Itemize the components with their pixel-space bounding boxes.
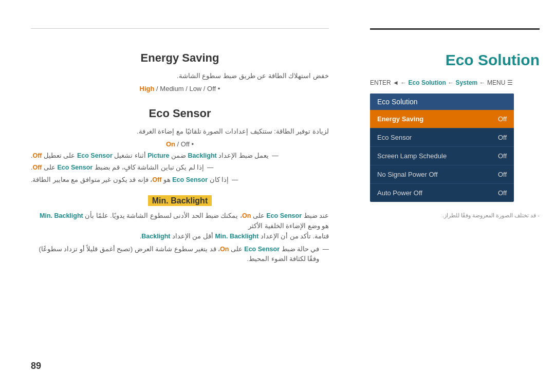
- left-panel: Energy Saving خفض استهلاك الطاقة عن طريق…: [0, 0, 360, 392]
- eco-solution-menu: Eco Solution Energy Saving Off Eco Senso…: [370, 94, 514, 202]
- bc-eco-solution: Eco Solution: [409, 79, 446, 86]
- breadcrumb: ENTER ◄ ← Eco Solution ← System ← MENU ☰: [370, 79, 540, 86]
- eco-sensor-bullets: يعمل ضبط الإعداد Backlight ضمن Picture أ…: [31, 151, 329, 185]
- options-high: High: [140, 85, 155, 92]
- footnote: قد تختلف الصورة المعروضة وفقًا للطراز.: [370, 212, 540, 219]
- energy-saving-desc: خفض استهلاك الطاقة عن طريق ضبط سطوع الشا…: [31, 71, 329, 82]
- options-bullet: •: [218, 85, 220, 92]
- energy-saving-title: Energy Saving: [31, 51, 329, 65]
- min-backlight-sub: في حالة ضبط Eco Sensor على On، قد يتغير …: [31, 245, 329, 264]
- bc-enter: ENTER ◄ ←: [370, 79, 409, 86]
- bullet-text-2: إذا لم يكن تباين الشاشة كافٍ، قم بضبط Ec…: [31, 163, 204, 173]
- options-separator1: / Medium / Low / Off: [156, 85, 216, 92]
- bullet-text-1: يعمل ضبط الإعداد Backlight ضمن Picture أ…: [31, 151, 269, 161]
- menu-label-energy-saving: Energy Saving: [377, 115, 423, 123]
- menu-value-no-signal: Off: [498, 171, 507, 178]
- menu-header: Eco Solution: [370, 94, 514, 110]
- min-backlight-sub-text: في حالة ضبط Eco Sensor على On، قد يتغير …: [31, 245, 320, 264]
- bullet-item-1: يعمل ضبط الإعداد Backlight ضمن Picture أ…: [31, 151, 329, 161]
- menu-label-eco-sensor: Eco Sensor: [377, 134, 412, 141]
- eco-sensor-title: Eco Sensor: [31, 107, 329, 120]
- min-backlight-section: Min. Backlight عند ضبط Eco Sensor على On…: [31, 196, 329, 264]
- min-backlight-desc: عند ضبط Eco Sensor على On، يمكنك ضبط الح…: [31, 211, 329, 241]
- eco-sensor-section: Eco Sensor لزيادة توفير الطاقة: ستتكيف إ…: [31, 107, 329, 185]
- eco-sensor-desc: لزيادة توفير الطاقة: ستتكيف إعدادات الصو…: [31, 126, 329, 137]
- page-container: Energy Saving خفض استهلاك الطاقة عن طريق…: [0, 0, 555, 392]
- menu-value-auto-power: Off: [498, 189, 507, 197]
- bc-system: System: [456, 79, 478, 86]
- separator: / Off •: [177, 140, 194, 148]
- bc-arrow3: ← MENU ☰: [479, 79, 513, 86]
- menu-label-screen-lamp: Screen Lamp Schedule: [377, 152, 447, 160]
- min-backlight-label: Min. Backlight: [148, 195, 212, 206]
- menu-value-screen-lamp: Off: [498, 152, 507, 160]
- menu-value-eco-sensor: Off: [498, 134, 507, 141]
- page-number: 89: [31, 361, 41, 371]
- bullet-item-2: إذا لم يكن تباين الشاشة كافٍ، قم بضبط Ec…: [31, 163, 329, 173]
- menu-item-no-signal[interactable]: No Signal Power Off Off: [370, 165, 514, 184]
- right-top-divider: [370, 28, 540, 30]
- right-panel: Eco Solution ENTER ◄ ← Eco Solution ← Sy…: [360, 0, 555, 392]
- energy-saving-options: High / Medium / Low / Off •: [31, 85, 329, 92]
- menu-item-energy-saving[interactable]: Energy Saving Off: [370, 110, 514, 128]
- bullet-item-3: إذا كان Eco Sensor هو Off، فإنه قد يكون …: [31, 175, 329, 185]
- bullet-text-3: إذا كان Eco Sensor هو Off، فإنه قد يكون …: [31, 175, 229, 185]
- top-divider: [31, 28, 329, 29]
- menu-label-no-signal: No Signal Power Off: [377, 171, 438, 178]
- on-off-line: On / Off •: [31, 140, 329, 148]
- energy-saving-section: Energy Saving خفض استهلاك الطاقة عن طريق…: [31, 51, 329, 92]
- bc-arrow2: ←: [448, 79, 455, 86]
- menu-value-energy-saving: Off: [498, 115, 507, 123]
- menu-item-screen-lamp[interactable]: Screen Lamp Schedule Off: [370, 147, 514, 165]
- menu-item-eco-sensor[interactable]: Eco Sensor Off: [370, 128, 514, 147]
- menu-label-auto-power: Auto Power Off: [377, 189, 422, 197]
- on-label: On: [166, 140, 175, 148]
- eco-solution-title: Eco Solution: [370, 51, 540, 69]
- menu-item-auto-power[interactable]: Auto Power Off Off: [370, 184, 514, 202]
